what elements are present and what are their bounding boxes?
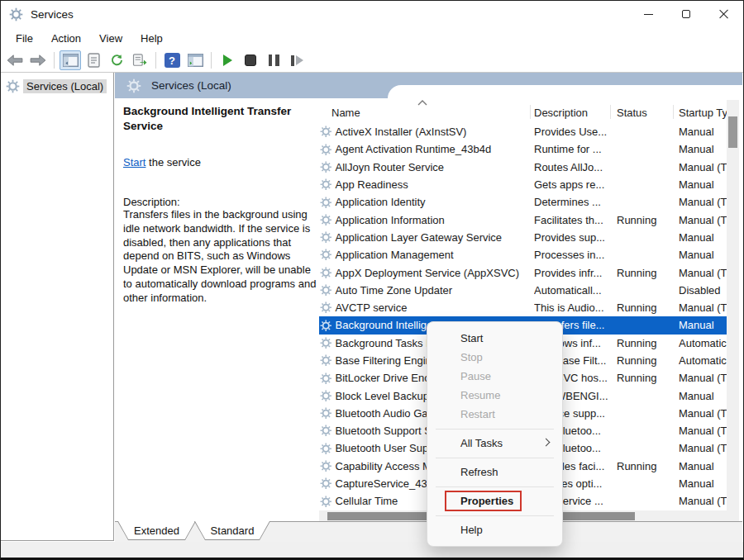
close-button[interactable] (705, 1, 743, 27)
services-gear-icon (9, 7, 23, 21)
service-gear-icon (320, 460, 332, 472)
service-row[interactable]: AppX Deployment Service (AppXSVC) Provid… (319, 263, 727, 281)
service-startup-type: Manual (T (679, 372, 727, 384)
service-status: Running (617, 337, 676, 349)
service-gear-icon (320, 407, 332, 420)
service-description: Runtime for ... (534, 143, 613, 155)
service-gear-icon (320, 178, 332, 191)
start-service-button[interactable] (217, 50, 238, 70)
service-name: Agent Activation Runtime_43b4d (336, 143, 492, 155)
service-description: Determines ... (534, 196, 613, 208)
context-menu-item-pause[interactable]: Pause (427, 367, 562, 386)
context-menu-item-restart[interactable]: Restart (427, 405, 562, 424)
service-row[interactable]: ActiveX Installer (AxInstSV) Provides Us… (319, 123, 727, 140)
forward-button[interactable] (27, 50, 49, 70)
context-menu-item-all-tasks[interactable]: All Tasks (427, 434, 562, 453)
service-row[interactable]: AVCTP service This is Audio... Running M… (319, 299, 727, 316)
tab-standard[interactable]: Standard (194, 521, 270, 540)
service-startup-type: Disabled (679, 284, 727, 297)
service-startup-type: Manual (679, 231, 727, 244)
menu-view[interactable]: View (91, 30, 131, 47)
service-startup-type: Manual (T (679, 301, 727, 314)
service-row[interactable]: Application Management Processes in... M… (319, 246, 727, 263)
service-row[interactable]: Application Identity Determines ... Manu… (319, 193, 727, 211)
context-menu-separator (427, 424, 562, 434)
context-menu-item-start[interactable]: Start (427, 329, 562, 348)
tree-item-label: Services (Local) (23, 79, 107, 93)
service-gear-icon (320, 267, 332, 279)
tree-item-services-local[interactable]: Services (Local) (6, 79, 113, 93)
service-status: Running (617, 372, 676, 384)
context-menu-item-resume[interactable]: Resume (427, 386, 562, 405)
menu-bar: File Action View Help (1, 27, 743, 49)
service-row[interactable]: Agent Activation Runtime_43b4d Runtime f… (319, 140, 727, 158)
service-description: This is Audio... (534, 301, 613, 314)
pause-service-button[interactable] (263, 50, 284, 70)
column-header-status[interactable]: Status (617, 107, 647, 119)
service-status: Running (617, 267, 676, 279)
toolbar (1, 49, 743, 73)
properties-doc-icon (88, 53, 100, 68)
help-button[interactable] (161, 50, 183, 70)
context-menu-item-properties[interactable]: Properties (427, 491, 562, 510)
back-arrow-icon (6, 54, 24, 67)
service-row[interactable]: Auto Time Zone Updater Automaticall... D… (319, 282, 727, 299)
context-menu-item-help[interactable]: Help (427, 520, 562, 539)
export-list-button[interactable] (129, 50, 150, 70)
maximize-icon (682, 10, 690, 18)
service-row[interactable]: Application Layer Gateway Service Provid… (319, 229, 727, 246)
service-description: Provides Use... (534, 126, 613, 138)
context-menu-item-stop[interactable]: Stop (427, 348, 562, 367)
service-row[interactable]: AllJoyn Router Service Routes AllJo... M… (319, 159, 727, 176)
title-bar: Services (1, 1, 743, 27)
service-name: Application Identity (336, 196, 426, 208)
context-menu-separator (427, 453, 562, 463)
panel-header-gear-icon (126, 78, 141, 93)
restart-service-button[interactable] (286, 50, 308, 70)
service-name: AVCTP service (336, 301, 408, 314)
tab-extended[interactable]: Extended (117, 521, 196, 540)
column-header-startup-type[interactable]: Startup Ty (679, 107, 727, 119)
start-icon (223, 55, 232, 66)
services-window: Services File Action View Help (0, 0, 744, 560)
action-pane-icon (188, 54, 203, 67)
service-startup-type: Manual (T (679, 161, 727, 173)
maximize-button[interactable] (667, 1, 705, 27)
menu-action[interactable]: Action (43, 30, 89, 47)
service-gear-icon (320, 373, 332, 385)
service-row[interactable]: Application Information Facilitates th..… (319, 211, 727, 228)
menu-help[interactable]: Help (132, 30, 171, 47)
service-name: Base Filtering Engine (336, 354, 438, 367)
description-text: Transfers files in the background using … (123, 208, 320, 306)
vertical-scrollbar-thumb[interactable] (728, 116, 737, 148)
service-startup-type: Manual (T (679, 495, 727, 507)
column-header-name[interactable]: Name (331, 107, 360, 119)
show-action-pane-button[interactable] (184, 50, 206, 70)
service-startup-type: Manual (679, 143, 727, 155)
vertical-scrollbar[interactable] (727, 100, 739, 521)
service-name: Auto Time Zone Updater (336, 284, 453, 297)
service-gear-icon (320, 144, 332, 156)
service-gear-icon (320, 284, 332, 297)
minimize-button[interactable] (629, 1, 667, 27)
service-gear-icon (320, 425, 332, 437)
column-header-description[interactable]: Description (534, 107, 588, 119)
service-startup-type: Manual (679, 477, 727, 490)
service-gear-icon (320, 214, 332, 226)
list-header: Name Description Status Startup Ty (319, 98, 727, 123)
context-menu-item-refresh[interactable]: Refresh (427, 463, 562, 482)
service-gear-icon (320, 477, 332, 490)
service-startup-type: Manual (T (679, 267, 727, 279)
start-service-link[interactable]: Start (123, 156, 145, 168)
stop-service-button[interactable] (240, 50, 261, 70)
service-startup-type: Manual (T (679, 407, 727, 420)
pause-icon (269, 55, 279, 66)
service-startup-type: Manual (679, 460, 727, 472)
refresh-button[interactable] (106, 50, 127, 70)
service-gear-icon (320, 301, 332, 314)
properties-toolbar-button[interactable] (83, 50, 104, 70)
back-button[interactable] (4, 50, 26, 70)
show-console-tree-button[interactable] (60, 50, 81, 70)
menu-file[interactable]: File (7, 30, 41, 47)
service-row[interactable]: App Readiness Gets apps re... Manual (319, 176, 727, 193)
